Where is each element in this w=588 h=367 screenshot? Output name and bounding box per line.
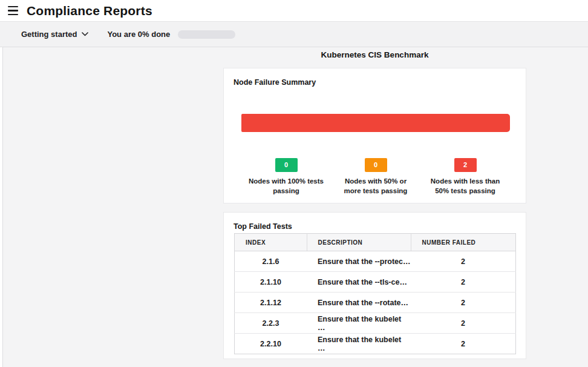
app-root: Compliance Reports Getting started You a… [0,0,588,367]
cell-index: 2.1.6 [235,251,307,272]
legend-label: Nodes with 50% or more tests passing [338,176,414,196]
page-title: Compliance Reports [27,4,152,18]
count-badge-orange: 0 [365,158,387,172]
count-badge-red: 2 [454,158,477,172]
cell-description: Ensure that the kubelet … [307,334,411,354]
cell-number-failed: 2 [411,313,515,334]
cell-description: Ensure that the --rotate… [307,293,411,313]
app-header: Compliance Reports [0,0,588,21]
count-badge-green: 0 [275,158,298,172]
main-area: Kubernetes CIS Benchmark Node Failure Su… [0,47,588,367]
getting-started-bar: Getting started You are 0% done [0,21,588,47]
table-row: 2.2.3 Ensure that the kubelet … 2 [235,313,516,334]
cell-number-failed: 2 [411,251,515,272]
progress-text: You are 0% done [107,30,170,39]
table-row: 2.1.6 Ensure that the --protec… 2 [235,251,516,272]
table-row: 2.2.10 Ensure that the kubelet … 2 [235,334,516,354]
legend-group-fail: 2 Nodes with less than 50% tests passing [420,158,510,196]
report-column: Kubernetes CIS Benchmark Node Failure Su… [223,47,526,359]
cell-description: Ensure that the kubelet … [307,313,411,334]
top-failed-tests-card: Top Failed Tests INDEX DESCRIPTION NUMBE… [223,212,526,359]
column-header-description: DESCRIPTION [307,234,411,251]
cell-index: 2.2.10 [235,334,307,354]
legend-label: Nodes with 100% tests passing [242,176,331,196]
node-failure-summary-card: Node Failure Summary 0 Nodes with 100% t… [223,68,526,203]
top-failed-tests-title: Top Failed Tests [234,222,526,231]
getting-started-label: Getting started [21,30,77,39]
cell-number-failed: 2 [411,272,515,293]
legend-label: Nodes with less than 50% tests passing [425,176,505,196]
content-area: Kubernetes CIS Benchmark Node Failure Su… [2,47,588,367]
cell-description: Ensure that the --protec… [307,251,411,272]
chevron-down-icon [82,32,88,36]
failure-legend-row: 0 Nodes with 100% tests passing 0 Nodes … [241,158,510,196]
legend-group-pass-100: 0 Nodes with 100% tests passing [241,158,331,196]
cell-index: 2.2.3 [235,313,307,334]
table-row: 2.1.10 Ensure that the --tls-ce… 2 [235,272,516,293]
cell-number-failed: 2 [411,293,515,313]
top-failed-tests-table: INDEX DESCRIPTION NUMBER FAILED 2.1.6 En… [234,233,516,354]
getting-started-dropdown[interactable]: Getting started [21,30,88,39]
cell-number-failed: 2 [411,334,515,354]
table-row: 2.1.12 Ensure that the --rotate… 2 [235,293,516,313]
menu-icon[interactable] [5,3,21,19]
cell-description: Ensure that the --tls-ce… [307,272,411,293]
node-failure-summary-title: Node Failure Summary [234,78,526,87]
progress-bar [178,30,235,39]
column-header-index: INDEX [235,234,307,251]
cell-index: 2.1.12 [235,293,307,313]
table-header-row: INDEX DESCRIPTION NUMBER FAILED [235,234,516,251]
benchmark-title: Kubernetes CIS Benchmark [223,50,526,59]
failure-bar-chart [241,114,510,132]
cell-index: 2.1.10 [235,272,307,293]
failure-bar-red-segment [241,114,510,132]
legend-group-pass-50: 0 Nodes with 50% or more tests passing [331,158,420,196]
column-header-number-failed: NUMBER FAILED [411,234,515,251]
